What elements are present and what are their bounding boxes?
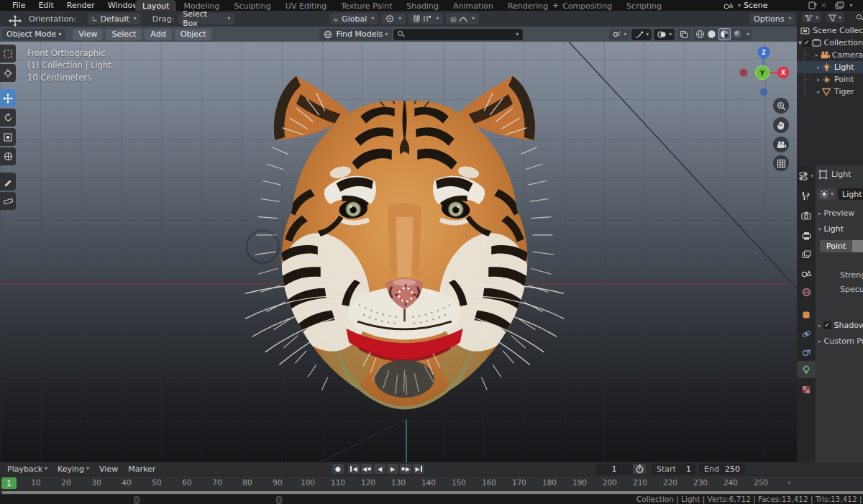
editor-type-dropdown[interactable]: ▾ [797,168,816,185]
disclosure-triangle-icon[interactable]: ▸ [815,77,822,83]
select-box-tool[interactable] [0,45,16,63]
scene-name[interactable]: Scene [744,1,805,10]
light-type-point-button[interactable]: Point [820,240,852,252]
ruler-tick-210[interactable]: 210 [633,478,647,487]
transform-tool[interactable] [0,147,16,165]
light-section[interactable]: ▾ Light [818,224,863,234]
outliner-display-mode-dropdown[interactable]: ▾ [802,12,821,23]
pivot-point-dropdown[interactable]: ▾ [381,13,406,24]
workspace-tab-sculpting[interactable]: Sculpting [227,0,278,11]
scene-tab[interactable] [797,265,816,282]
orientation-dropdown[interactable]: Default▾ [88,13,141,24]
preview-section[interactable]: ▸ Preview [818,209,863,218]
end-frame-field[interactable]: End250 [699,464,745,475]
ruler-tick-250[interactable]: 250 [754,478,768,487]
scale-tool[interactable] [0,128,16,146]
orthographic-toggle-button[interactable] [773,155,789,171]
world-tab[interactable] [797,283,816,301]
viewport-menu-object[interactable]: Object [175,29,212,40]
region-collapse-arrow[interactable]: ‹ [787,477,791,487]
scrollbar-handle[interactable] [1,491,863,494]
rendered-shading-icon[interactable] [733,29,742,39]
cursor-tool[interactable] [0,64,16,82]
find-models-search-input[interactable]: ▾ [393,29,523,40]
region-collapse-arrow[interactable]: ‹ [788,50,792,60]
workspace-tab-compositing[interactable]: Compositing [555,0,619,11]
snapping-dropdown[interactable]: ▾ [408,13,443,24]
workspace-tab-rendering[interactable]: Rendering [501,0,555,11]
playback-menu[interactable]: Playback▾ [0,464,52,474]
ruler-tick-160[interactable]: 160 [482,478,496,487]
render-tab[interactable] [797,207,816,224]
outliner-row-camera[interactable]: ▸ Camera [797,49,863,61]
ruler-tick-40[interactable]: 40 [122,478,131,487]
viewport-menu-view[interactable]: View [73,29,103,40]
ruler-tick-240[interactable]: 240 [723,478,738,487]
ruler-tick-50[interactable]: 50 [152,478,161,487]
shadow-checkbox[interactable]: ✓ [823,321,831,329]
next-keyframe-button[interactable]: ◆▶ [400,464,411,474]
scene-icon[interactable] [723,1,733,9]
ruler-tick-70[interactable]: 70 [212,478,222,487]
view-layer-tab[interactable] [797,246,816,263]
collection-checkbox[interactable]: ✓ [803,39,811,47]
keying-menu[interactable]: Keying▾ [52,464,94,474]
outliner-row-collection[interactable]: ▼ ✓ Collection [797,37,863,49]
pan-hand-button[interactable] [773,117,789,133]
outliner-search-icon[interactable] [857,14,863,21]
options-dropdown[interactable]: Options▾ [749,13,795,24]
navigation-gizmo[interactable]: Z X Y [733,43,797,101]
disclosure-triangle-icon[interactable]: ▸ [815,89,822,95]
marker-menu[interactable]: Marker [123,464,160,474]
proportional-editing-dropdown[interactable]: ◎ ▾ [446,13,479,24]
disclosure-triangle-icon[interactable]: ▸ [815,65,822,70]
transform-orientation-dropdown[interactable]: Global▾ [329,13,378,24]
ruler-tick-200[interactable]: 200 [603,478,617,487]
current-frame-badge[interactable]: 1 [1,477,17,489]
ruler-tick-170[interactable]: 170 [512,478,526,487]
workspace-tab-uv-editing[interactable]: UV Editing [278,0,334,11]
wireframe-shading-icon[interactable] [695,29,705,39]
properties-breadcrumb[interactable]: Light [818,170,863,179]
outliner-row-tiger[interactable]: ▸ Tiger [797,86,863,98]
viewport-canvas[interactable]: Front Orthographic (1) Collection | Ligh… [0,42,797,462]
disclosure-triangle-icon[interactable]: ▸ [813,52,820,58]
material-preview-shading-active[interactable] [718,28,731,40]
solid-shading-icon[interactable] [707,29,716,39]
menu-edit[interactable]: Edit [32,1,60,10]
menu-file[interactable]: File [6,1,32,10]
tool-tab[interactable] [797,187,816,204]
timeline-view-menu[interactable]: View [94,464,123,474]
show-object-types-dropdown[interactable]: ▾ [609,29,629,40]
object-data-tab-active[interactable] [797,361,816,378]
measure-tool[interactable] [0,192,16,210]
rotate-tool[interactable] [0,109,16,127]
zoom-button[interactable] [773,98,789,114]
view-layer-icon[interactable] [835,1,844,9]
xray-toggle[interactable] [677,29,691,40]
workspace-tab-animation[interactable]: Animation [446,0,501,11]
workspace-tab-scripting[interactable]: Scripting [619,0,669,11]
custom-properties-section[interactable]: ▸ Custom Properties [818,336,863,346]
timeline-ruler[interactable]: 1 10203040506070809010011012013014015016… [0,475,863,491]
light-type-sun-button[interactable] [852,240,863,252]
ruler-tick-140[interactable]: 140 [421,478,436,487]
ruler-tick-100[interactable]: 100 [301,478,315,487]
camera-view-button[interactable] [773,137,789,152]
viewport-menu-add[interactable]: Add [145,29,171,40]
start-frame-field[interactable]: Start1 [652,464,696,475]
play-reverse-button[interactable]: ◀ [374,464,385,474]
delete-scene-icon[interactable]: ✕ [821,1,826,9]
find-models-dropdown[interactable]: Find Models▾ [319,29,392,40]
ruler-tick-90[interactable]: 90 [273,478,282,487]
ruler-tick-230[interactable]: 230 [693,478,708,487]
ruler-tick-220[interactable]: 220 [663,478,677,487]
object-tab[interactable] [797,306,816,324]
texture-tab[interactable] [797,381,816,398]
ruler-tick-110[interactable]: 110 [331,478,345,487]
outliner-filter-dropdown[interactable]: ▾ [826,12,844,23]
add-workspace-button[interactable]: + [548,1,563,10]
mode-dropdown[interactable]: Object Mode▾ [2,29,65,40]
ruler-tick-120[interactable]: 120 [361,478,375,487]
outliner-row-point[interactable]: ▸ Point [797,73,863,86]
